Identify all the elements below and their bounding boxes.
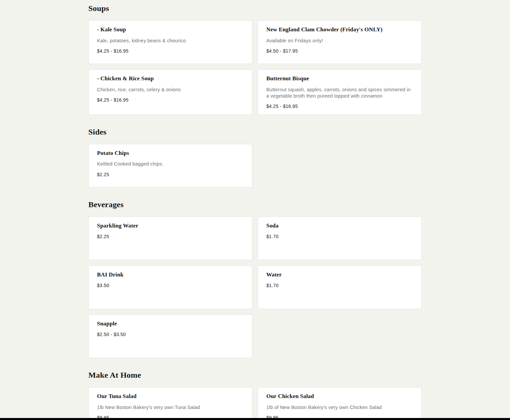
item-price: $4.25 - $16.95 [266,104,413,109]
item-description: 1lb New Boston Bakery's very own Tuna Sa… [97,404,244,411]
section-items-grid: Potato Chips Kettled Cooked bagged chips… [88,144,422,188]
item-name: Butternut Bisque [266,75,413,82]
item-description: Kale, potatoes, kidney beans & chourico [97,38,244,44]
item-description: 1lb of New Boston Bakery's very own Chic… [266,404,413,411]
item-name: Sparkling Water [97,222,244,229]
menu-item-card[interactable]: BAI Drink $3.50 [88,265,252,309]
item-price: $4.25 - $16.95 [97,48,244,54]
menu-item-card[interactable]: Snapple $2.50 - $3.50 [88,314,252,358]
menu-item-card[interactable]: - Chicken & Rice Soup Chicken, rice, car… [88,69,252,115]
section-items-grid: - Kale Soup Kale, potatoes, kidney beans… [88,20,422,115]
menu-section: Soups - Kale Soup Kale, potatoes, kidney… [88,3,422,115]
menu-item-card[interactable]: - Kale Soup Kale, potatoes, kidney beans… [88,20,252,64]
item-price: $4.25 - $16.95 [97,97,244,103]
menu-item-card[interactable]: Our Chicken Salad 1lb of New Boston Bake… [258,387,422,420]
menu-sections: Soups - Kale Soup Kale, potatoes, kidney… [88,3,422,420]
item-price: $4.50 - $17.95 [266,48,413,54]
section-items-grid: Our Tuna Salad 1lb New Boston Bakery's v… [88,387,422,420]
menu-item-card[interactable]: New England Clam Chowder (Friday's ONLY)… [258,20,422,64]
section-heading: Make At Home [88,370,422,380]
menu-item-card[interactable]: Water $1.70 [258,265,422,309]
menu-section: Make At Home Our Tuna Salad 1lb New Bost… [88,370,422,420]
item-description: Kettled Cooked bagged chips. [97,161,244,167]
menu-item-card[interactable]: Potato Chips Kettled Cooked bagged chips… [88,144,252,188]
item-name: Our Chicken Salad [266,393,413,400]
item-price: $3.50 [97,283,244,288]
section-heading: Beverages [88,200,422,210]
item-name: Potato Chips [97,150,244,157]
item-name: Soda [266,222,413,229]
item-description: Butternut squash, apples, carrots, onion… [266,87,413,99]
menu-item-card[interactable]: Our Tuna Salad 1lb New Boston Bakery's v… [88,387,252,420]
menu-item-card[interactable]: Butternut Bisque Butternut squash, apple… [258,69,422,115]
item-price: $1.70 [266,283,413,288]
item-name: - Chicken & Rice Soup [97,75,244,82]
item-name: Our Tuna Salad [97,393,244,400]
section-items-grid: Sparkling Water $2.25 Soda $1.70 BAI Dri… [88,216,422,358]
menu-section: Sides Potato Chips Kettled Cooked bagged… [88,127,422,188]
item-description: Chicken, rice, carrots, celery & onions [97,87,244,93]
item-name: New England Clam Chowder (Friday's ONLY) [266,26,413,33]
item-price: $2.50 - $3.50 [97,332,244,337]
item-price: $2.25 [97,172,244,177]
item-price: $1.70 [266,234,413,239]
item-name: BAI Drink [97,271,244,278]
menu-item-card[interactable]: Sparkling Water $2.25 [88,216,252,260]
item-price: $2.25 [97,234,244,239]
section-heading: Sides [88,127,422,137]
menu-section: Beverages Sparkling Water $2.25 Soda $1.… [88,200,422,358]
item-name: Water [266,271,413,278]
menu-item-card[interactable]: Soda $1.70 [258,216,422,260]
footer-bar [0,418,510,420]
item-name: Snapple [97,320,244,327]
item-name: - Kale Soup [97,26,244,33]
item-description: Available on Fridays only! [266,38,413,44]
section-heading: Soups [88,3,422,14]
menu-page: Soups - Kale Soup Kale, potatoes, kidney… [88,0,422,420]
